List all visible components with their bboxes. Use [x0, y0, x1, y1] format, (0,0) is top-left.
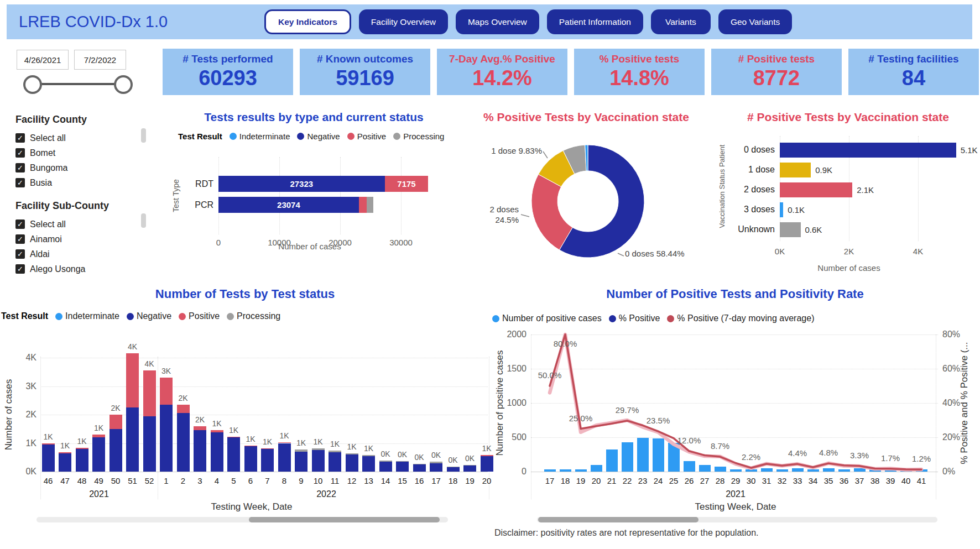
- bar-negative-week-7[interactable]: [261, 449, 274, 472]
- bar-positive-cases-week-24[interactable]: [653, 438, 664, 472]
- bar-positive-cases-week-33[interactable]: [792, 468, 804, 472]
- bar-negative-week-4[interactable]: [211, 432, 223, 472]
- bar-positive-week-50[interactable]: [110, 415, 122, 429]
- bar-positive-cases-week-26[interactable]: [684, 461, 695, 472]
- bar-negative-week-14[interactable]: [379, 462, 392, 472]
- bar-processing-week-14[interactable]: [379, 461, 392, 462]
- bar-positive-week-7[interactable]: [261, 448, 274, 449]
- checkbox-checked-icon[interactable]: ✓: [15, 133, 25, 143]
- bar-1-dose[interactable]: [780, 163, 811, 177]
- bar-negative-week-10[interactable]: [312, 450, 325, 472]
- scrollbar-thumb[interactable]: [538, 517, 698, 522]
- bar-positive-week-5[interactable]: [227, 437, 240, 437]
- bar-positive-week-2[interactable]: [177, 405, 190, 413]
- bar-processing-week-18[interactable]: [447, 467, 460, 468]
- bar-positive-week-51[interactable]: [126, 353, 139, 407]
- bar-processing-week-10[interactable]: [312, 448, 325, 450]
- tab-maps-overview[interactable]: Maps Overview: [456, 9, 539, 34]
- checkbox-checked-icon[interactable]: ✓: [15, 249, 25, 259]
- bar-positive-cases-week-29[interactable]: [730, 469, 742, 472]
- bar-negative-week-46[interactable]: [42, 445, 55, 472]
- bar-positive-cases-week-17[interactable]: [544, 469, 556, 472]
- bar-positive-cases-week-27[interactable]: [699, 465, 711, 472]
- bar-positive-week-48[interactable]: [76, 448, 88, 449]
- bar-processing-pcr[interactable]: [367, 197, 373, 213]
- bar-positive-rdt[interactable]: 7175: [385, 176, 429, 192]
- checkbox-checked-icon[interactable]: ✓: [15, 219, 25, 229]
- legend-item-positive[interactable]: Positive: [347, 132, 387, 141]
- bar-positive-cases-week-35[interactable]: [823, 468, 835, 472]
- bar-negative-week-3[interactable]: [194, 430, 206, 472]
- bar-processing-week-13[interactable]: [362, 455, 375, 457]
- bar-positive-week-4[interactable]: [211, 430, 223, 432]
- bar-negative-week-8[interactable]: [278, 443, 291, 472]
- bar-processing-week-17[interactable]: [430, 462, 442, 463]
- legend-item-positive[interactable]: % Positive: [609, 313, 660, 323]
- bar-positive-week-46[interactable]: [42, 443, 55, 445]
- bar-negative-week-2[interactable]: [177, 413, 190, 472]
- bar-negative-week-52[interactable]: [143, 416, 156, 472]
- filter-item-aldai[interactable]: ✓Aldai: [15, 247, 143, 262]
- checkbox-checked-icon[interactable]: ✓: [15, 234, 25, 244]
- legend-item-negative[interactable]: Negative: [297, 132, 340, 141]
- bar-positive-week-49[interactable]: [92, 435, 105, 437]
- bar-positive-cases-week-41[interactable]: [916, 469, 927, 472]
- checkbox-checked-icon[interactable]: ✓: [15, 148, 25, 158]
- bar-positive-cases-week-36[interactable]: [838, 469, 850, 472]
- bar-negative-week-49[interactable]: [92, 437, 105, 472]
- bar-positive-cases-week-22[interactable]: [622, 442, 633, 472]
- filter-item-select-all[interactable]: ✓Select all: [15, 130, 143, 145]
- bar-negative-pcr[interactable]: 23074: [218, 197, 359, 213]
- bar-negative-week-47[interactable]: [59, 453, 71, 472]
- bar-processing-week-15[interactable]: [396, 461, 409, 462]
- bar-processing-week-19[interactable]: [463, 465, 476, 466]
- scrollbar-thumb[interactable]: [249, 517, 440, 522]
- bar-negative-week-48[interactable]: [76, 449, 88, 472]
- bar-unknown[interactable]: [780, 222, 801, 237]
- bar-2-doses[interactable]: [780, 182, 852, 197]
- bar-negative-week-11[interactable]: [329, 452, 341, 472]
- bar-positive-cases-week-21[interactable]: [606, 449, 618, 472]
- bar-positive-cases-week-40[interactable]: [900, 469, 912, 472]
- bar-positive-pcr[interactable]: [359, 197, 367, 213]
- filter-item-alego-usonga[interactable]: ✓Alego Usonga: [15, 262, 143, 276]
- bar-negative-rdt[interactable]: 27323: [218, 176, 385, 192]
- filter-subcounty-scrollbar[interactable]: [141, 213, 146, 228]
- tab-patient-information[interactable]: Patient Information: [547, 9, 643, 34]
- checkbox-checked-icon[interactable]: ✓: [15, 178, 25, 187]
- bar-negative-week-1[interactable]: [160, 405, 173, 472]
- legend-item-processing[interactable]: Processing: [393, 132, 444, 141]
- bar-positive-week-52[interactable]: [143, 370, 156, 416]
- tab-geo-variants[interactable]: Geo Variants: [718, 9, 792, 34]
- bar-positive-cases-week-18[interactable]: [560, 469, 571, 472]
- bar-negative-week-18[interactable]: [447, 467, 460, 472]
- bar-negative-week-19[interactable]: [463, 465, 476, 472]
- bar-0-doses[interactable]: [780, 143, 956, 158]
- legend-item-positive-7-day-moving-average[interactable]: % Positive (7-day moving average): [667, 313, 814, 323]
- bar-processing-week-9[interactable]: [295, 449, 307, 452]
- bar-3-doses[interactable]: [780, 202, 783, 217]
- legend-item-positive[interactable]: Positive: [179, 311, 220, 321]
- filter-county-scrollbar[interactable]: [141, 128, 146, 143]
- filter-item-busia[interactable]: ✓Busia: [15, 175, 143, 190]
- date-slider-handle-end[interactable]: [114, 75, 133, 94]
- date-slider-track[interactable]: [32, 83, 122, 85]
- bar-negative-week-16[interactable]: [413, 464, 426, 472]
- bar-positive-cases-week-30[interactable]: [746, 469, 757, 472]
- bar-positive-cases-week-28[interactable]: [715, 467, 726, 472]
- tab-key-indicators[interactable]: Key Indicators: [264, 9, 351, 34]
- bar-positive-cases-week-25[interactable]: [668, 443, 680, 472]
- filter-item-bungoma[interactable]: ✓Bungoma: [15, 160, 143, 175]
- bar-positive-cases-week-20[interactable]: [591, 465, 602, 472]
- bar-positive-cases-week-32[interactable]: [776, 469, 788, 472]
- bar-positive-cases-week-23[interactable]: [637, 438, 649, 472]
- bar-positive-cases-week-38[interactable]: [869, 469, 881, 472]
- bar-positive-cases-week-31[interactable]: [761, 468, 773, 472]
- bar-negative-week-17[interactable]: [430, 463, 442, 472]
- bar-negative-week-13[interactable]: [362, 456, 375, 472]
- bar-positive-cases-week-34[interactable]: [807, 469, 819, 472]
- bar-negative-week-12[interactable]: [346, 454, 358, 472]
- checkbox-checked-icon[interactable]: ✓: [15, 264, 25, 274]
- filter-item-bomet[interactable]: ✓Bomet: [15, 145, 143, 160]
- legend-item-processing[interactable]: Processing: [227, 311, 280, 321]
